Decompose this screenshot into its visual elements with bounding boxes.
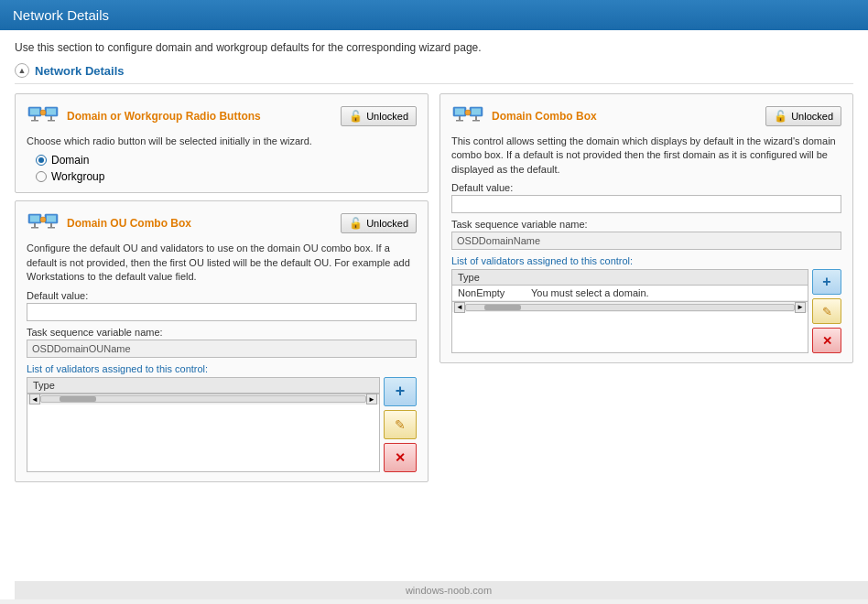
svg-rect-1 [30,109,39,115]
domain-scroll-right[interactable]: ► [795,302,806,313]
svg-rect-21 [456,120,463,122]
ou-unlock-label: Unlocked [366,218,408,229]
domain-combo-card: Domain Combo Box 🔓 Unlocked This control… [439,93,853,363]
lock-icon-2: 🔓 [349,217,363,230]
table-row: NonEmpty You must select a domain. [452,286,808,301]
ou-scrollbar-track[interactable] [40,395,366,403]
validator-type: NonEmpty [452,286,526,301]
section-header-label: Network Details [35,64,125,78]
ou-validator-table: Type ◄ ► [27,377,380,472]
svg-rect-24 [475,116,477,120]
radio-workgroup-label: Workgroup [51,170,104,183]
domain-ou-card: Domain OU Combo Box 🔓 Unlocked Configure… [15,200,429,481]
lock-icon-3: 🔓 [774,110,787,123]
ou-scrollbar[interactable]: ◄ ► [27,394,379,404]
ou-delete-icon: ✕ [395,450,406,465]
ou-edit-icon: ✎ [395,417,406,432]
domain-col-msg [526,270,808,286]
domain-default-label: Default value: [451,182,841,193]
domain-validators-label: List of validators assigned to this cont… [451,255,841,266]
svg-point-26 [465,110,471,115]
svg-point-17 [40,217,46,222]
ou-scrollbar-thumb [60,396,96,402]
ou-add-icon: + [396,382,406,401]
ou-col-type: Type [27,378,101,394]
ou-unlock-button[interactable]: 🔓 Unlocked [341,213,417,233]
radio-domain-circle[interactable] [36,155,47,166]
domain-taskvar-input[interactable] [451,232,841,250]
right-panel: Domain Combo Box 🔓 Unlocked This control… [439,93,853,482]
radio-card-desc: Choose which radio button will be select… [27,135,417,148]
ou-add-button[interactable]: + [384,377,417,406]
domain-validator-table: Type NonEmpty You must select a domain. [451,269,808,353]
ou-taskvar-input[interactable] [27,340,417,358]
domain-delete-button[interactable]: ✕ [812,328,841,353]
domain-add-button[interactable]: + [812,269,841,295]
left-panel: Domain or Workgroup Radio Buttons 🔓 Unlo… [15,93,429,482]
ou-card-desc: Configure the default OU and validators … [27,242,417,284]
ou-scroll-left[interactable]: ◄ [29,394,40,404]
ou-validators-area: Type ◄ ► [27,377,417,472]
svg-rect-2 [34,116,36,120]
ou-edit-button[interactable]: ✎ [384,410,417,439]
domain-scrollbar-thumb [484,305,521,310]
network-icon-3 [451,103,484,129]
svg-rect-20 [459,116,461,120]
domain-combo-desc: This control allows setting the domain w… [451,135,841,177]
network-icon-2 [27,210,60,236]
ou-action-buttons: + ✎ ✕ [384,377,417,472]
domain-delete-icon: ✕ [822,334,832,348]
validator-message: You must select a domain. [526,286,808,301]
svg-point-8 [40,110,46,115]
radio-domain-label: Domain [51,154,89,167]
domain-combo-unlock-button[interactable]: 🔓 Unlocked [765,106,841,126]
domain-scrollbar[interactable]: ◄ ► [452,301,808,312]
radio-unlock-button[interactable]: 🔓 Unlocked [341,106,417,126]
ou-taskvar-label: Task sequence variable name: [27,327,417,338]
ou-card-title: Domain OU Combo Box [67,217,191,230]
svg-rect-16 [48,227,55,229]
ou-validators-label: List of validators assigned to this cont… [27,363,417,374]
svg-rect-5 [47,109,56,115]
svg-rect-11 [34,223,36,227]
svg-rect-10 [30,216,39,222]
domain-add-icon: + [822,274,830,290]
domain-combo-title: Domain Combo Box [492,110,597,123]
radio-workgroup[interactable]: Workgroup [36,170,417,183]
ou-delete-button[interactable]: ✕ [384,443,417,472]
ou-default-value-input[interactable] [27,303,417,321]
domain-action-buttons: + ✎ ✕ [812,269,841,353]
domain-taskvar-label: Task sequence variable name: [451,219,841,230]
radio-domain[interactable]: Domain [36,154,417,167]
radio-group: Domain Workgroup [27,154,417,183]
svg-rect-19 [455,109,464,115]
collapse-button[interactable]: ▲ [15,63,29,78]
svg-rect-15 [50,223,52,227]
title-bar: Network Details [0,0,868,30]
radio-buttons-card: Domain or Workgroup Radio Buttons 🔓 Unlo… [15,93,429,193]
domain-scrollbar-track[interactable] [465,304,795,311]
svg-rect-12 [31,227,38,229]
domain-validators-area: Type NonEmpty You must select a domain. [451,269,841,353]
ou-default-value-label: Default value: [27,290,417,301]
svg-rect-6 [50,116,52,120]
description-text: Use this section to configure domain and… [15,41,853,54]
svg-rect-3 [31,120,38,122]
domain-edit-button[interactable]: ✎ [812,298,841,324]
ou-col-msg [101,378,379,394]
watermark: windows-noob.com [15,581,868,599]
network-icon-1 [27,103,60,129]
radio-card-title: Domain or Workgroup Radio Buttons [67,110,261,123]
domain-col-type: Type [452,270,526,286]
page-title: Network Details [13,7,109,23]
domain-default-input[interactable] [451,195,841,213]
domain-scroll-left[interactable]: ◄ [454,302,465,313]
domain-edit-icon: ✎ [822,305,832,318]
domain-combo-unlock-label: Unlocked [791,111,833,122]
svg-rect-14 [47,216,56,222]
radio-unlock-label: Unlocked [366,111,408,122]
lock-icon-1: 🔓 [349,110,363,123]
radio-workgroup-circle[interactable] [36,171,47,182]
domain-table-body: NonEmpty You must select a domain. [452,286,808,301]
ou-scroll-right[interactable]: ► [366,394,377,404]
